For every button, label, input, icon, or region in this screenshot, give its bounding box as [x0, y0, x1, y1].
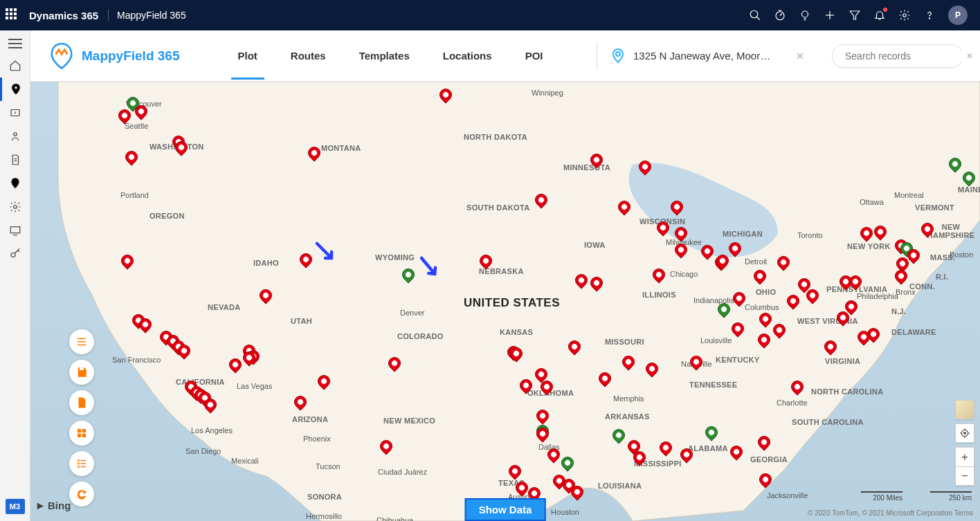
clear-search-icon[interactable]: ✕	[966, 51, 973, 61]
map-pin[interactable]	[758, 333, 770, 351]
map-pin[interactable]	[509, 465, 521, 483]
map-pin[interactable]	[308, 147, 320, 165]
map-pin[interactable]	[510, 347, 523, 365]
map-pin[interactable]	[590, 154, 603, 172]
lightbulb-icon[interactable]	[799, 9, 811, 21]
map-pin[interactable]	[561, 457, 574, 475]
map-pin[interactable]	[568, 340, 581, 358]
search-input[interactable]	[845, 51, 966, 62]
map-pin[interactable]	[260, 289, 272, 307]
map-pin[interactable]	[860, 227, 873, 245]
map-pin[interactable]	[730, 446, 743, 464]
map-pin[interactable]	[139, 318, 152, 336]
map-pin[interactable]	[178, 345, 190, 363]
map-pin[interactable]	[754, 270, 766, 288]
file-icon[interactable]	[69, 390, 94, 415]
map-pin[interactable]	[675, 227, 687, 245]
map-pin[interactable]	[118, 109, 131, 127]
m3-badge[interactable]: M3	[6, 499, 25, 514]
map-pin[interactable]	[718, 303, 730, 321]
map-pin[interactable]	[590, 277, 603, 295]
map-pin[interactable]	[921, 223, 934, 241]
map-pin[interactable]	[294, 396, 307, 414]
map-pin[interactable]	[646, 363, 658, 381]
map-pin[interactable]	[575, 274, 588, 292]
save-icon[interactable]	[69, 360, 94, 385]
zoom-in-button[interactable]: +	[955, 447, 974, 466]
map-pin[interactable]	[175, 141, 188, 159]
map-pin[interactable]	[535, 194, 547, 212]
app-launcher-icon[interactable]	[6, 8, 19, 22]
map-pin[interactable]	[895, 270, 907, 288]
map-pin[interactable]	[516, 482, 528, 500]
tab-templates[interactable]: Templates	[356, 33, 412, 79]
search-records-box[interactable]: ✕	[832, 44, 963, 68]
map-pin[interactable]	[671, 201, 683, 219]
app-logo[interactable]: MappyField 365	[47, 42, 180, 71]
map-pin[interactable]	[653, 268, 665, 286]
user-avatar[interactable]: P	[948, 6, 968, 25]
document-icon[interactable]	[0, 148, 30, 172]
monitor-icon[interactable]	[0, 219, 30, 242]
tab-plot[interactable]: Plot	[235, 33, 260, 79]
map-pin[interactable]	[759, 313, 772, 331]
layers-icon[interactable]	[955, 400, 974, 419]
map-pin[interactable]	[618, 201, 630, 219]
map-pin[interactable]	[777, 256, 790, 274]
map-pin[interactable]	[571, 486, 583, 504]
map-pin[interactable]	[660, 441, 672, 459]
map-pin[interactable]	[380, 440, 392, 458]
tab-routes[interactable]: Routes	[288, 33, 329, 79]
show-data-button[interactable]: Show Data	[465, 498, 546, 521]
settings-icon[interactable]	[898, 9, 911, 21]
map-pin[interactable]	[733, 292, 745, 310]
map-pin[interactable]	[759, 473, 772, 491]
map-pin[interactable]	[758, 436, 770, 454]
map-pin-icon[interactable]	[0, 101, 30, 125]
person-pin-icon[interactable]	[0, 125, 30, 148]
map-canvas[interactable]: UNITED STATES WASHINGTONNORTH DAKOTAMONT…	[30, 82, 980, 521]
map-pin[interactable]	[121, 255, 134, 273]
map-pin[interactable]	[907, 249, 920, 267]
map-pin[interactable]	[773, 324, 786, 342]
map-pin[interactable]	[520, 379, 532, 397]
menu-icon[interactable]	[8, 39, 22, 48]
map-pin[interactable]	[622, 356, 635, 374]
map-pin[interactable]	[949, 158, 961, 176]
map-pin[interactable]	[536, 428, 549, 446]
home-icon[interactable]	[0, 54, 30, 77]
map-pin[interactable]	[547, 448, 560, 466]
map-pin[interactable]	[732, 322, 744, 340]
map-pin[interactable]	[599, 372, 611, 390]
locate-icon[interactable]	[955, 423, 974, 443]
map-pin[interactable]	[135, 105, 147, 123]
location-icon[interactable]	[0, 172, 30, 195]
help-icon[interactable]	[923, 9, 936, 21]
notification-icon[interactable]	[873, 9, 886, 21]
map-pin[interactable]	[849, 275, 862, 293]
map-pin[interactable]	[125, 151, 138, 169]
map-pin[interactable]	[657, 221, 669, 239]
refresh-icon[interactable]	[69, 482, 94, 506]
map-pin[interactable]	[680, 448, 693, 466]
map-pin[interactable]	[388, 357, 401, 375]
map-pin[interactable]	[837, 311, 849, 329]
zoom-out-button[interactable]: −	[955, 466, 974, 486]
map-pin[interactable]	[787, 295, 799, 313]
map-pin[interactable]	[480, 255, 492, 273]
map-pin[interactable]	[963, 172, 975, 190]
clear-location-icon[interactable]: ✕	[796, 51, 804, 62]
map-pin[interactable]	[300, 253, 312, 271]
key-icon[interactable]	[0, 242, 30, 266]
map-pin[interactable]	[716, 255, 729, 273]
map-pin[interactable]	[243, 351, 255, 369]
pin-icon[interactable]	[0, 77, 30, 101]
plus-icon[interactable]	[824, 9, 836, 21]
map-pin[interactable]	[541, 381, 553, 399]
timer-icon[interactable]	[774, 9, 786, 21]
map-pin[interactable]	[705, 426, 718, 444]
map-pin[interactable]	[729, 242, 741, 260]
map-pin[interactable]	[675, 244, 687, 262]
legend-icon[interactable]	[69, 451, 94, 476]
map-pin[interactable]	[612, 429, 625, 447]
